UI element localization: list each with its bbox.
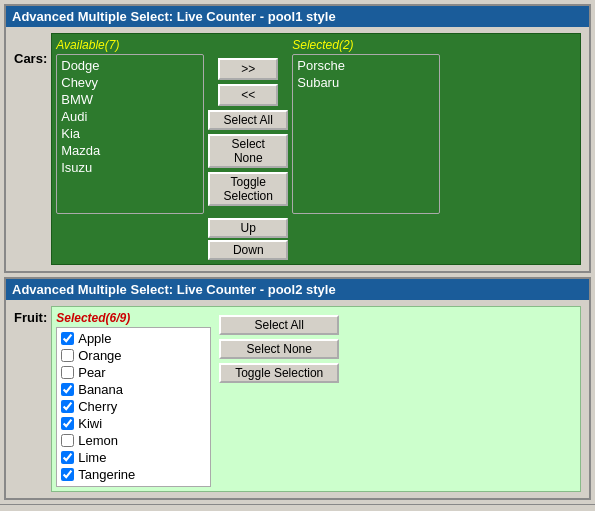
up-button[interactable]: Up [208,218,288,238]
kiwi-checkbox[interactable] [61,417,74,430]
select-none-button[interactable]: Select None [208,134,288,168]
apple-label: Apple [78,331,111,346]
pool1-controls: >> << Select All Select None Toggle Sele… [208,38,288,260]
list-item: Lemon [59,432,208,449]
move-right-button[interactable]: >> [218,58,278,80]
list-item: Banana [59,381,208,398]
available-label: Available(7) [56,38,204,52]
pool2-selected-label: Selected(6/9) [56,311,211,325]
lemon-label: Lemon [78,433,118,448]
pool2-toggle-button[interactable]: Toggle Selection [219,363,339,383]
lime-label: Lime [78,450,106,465]
cherry-label: Cherry [78,399,117,414]
selected-wrap: Selected(2) Porsche Subaru [292,38,440,260]
pool2-select-all-button[interactable]: Select All [219,315,339,335]
panel2: Advanced Multiple Select: Live Counter -… [4,277,591,500]
list-item: Apple [59,330,208,347]
lime-checkbox[interactable] [61,451,74,464]
orange-checkbox[interactable] [61,349,74,362]
fruit-checkbox-list: Apple Orange Pear Banana [56,327,211,487]
list-item: Cherry [59,398,208,415]
pool2-list-wrap: Selected(6/9) Apple Orange Pear [56,311,211,487]
pool2-select-none-button[interactable]: Select None [219,339,339,359]
cherry-checkbox[interactable] [61,400,74,413]
tangerine-checkbox[interactable] [61,468,74,481]
panel1-title: Advanced Multiple Select: Live Counter -… [6,6,589,27]
select-all-button[interactable]: Select All [208,110,288,130]
panel2-title: Advanced Multiple Select: Live Counter -… [6,279,589,300]
banana-label: Banana [78,382,123,397]
bottom-bar: Submit Reset cars list dual select fruit… [0,504,595,511]
selected-label: Selected(2) [292,38,440,52]
move-left-button[interactable]: << [218,84,278,106]
toggle-selection-button[interactable]: Toggle Selection [208,172,288,206]
lemon-checkbox[interactable] [61,434,74,447]
updown-group: Up Down [208,218,288,260]
available-list[interactable]: Dodge Chevy BMW Audi Kia Mazda Isuzu [56,54,204,214]
kiwi-label: Kiwi [78,416,102,431]
list-item: Lime [59,449,208,466]
cars-label: Cars: [14,51,47,66]
list-item: Kiwi [59,415,208,432]
available-wrap: Available(7) Dodge Chevy BMW Audi Kia Ma… [56,38,204,260]
pool2-controls: Select All Select None Toggle Selection [219,311,576,487]
banana-checkbox[interactable] [61,383,74,396]
panel1: Advanced Multiple Select: Live Counter -… [4,4,591,273]
orange-label: Orange [78,348,121,363]
down-button[interactable]: Down [208,240,288,260]
pool1-widget: Available(7) Dodge Chevy BMW Audi Kia Ma… [51,33,581,265]
list-item: Orange [59,347,208,364]
list-item: Tangerine [59,466,208,483]
selected-list[interactable]: Porsche Subaru [292,54,440,214]
tangerine-label: Tangerine [78,467,135,482]
pear-checkbox[interactable] [61,366,74,379]
pool2-widget: Selected(6/9) Apple Orange Pear [51,306,581,492]
apple-checkbox[interactable] [61,332,74,345]
list-item: Pear [59,364,208,381]
pear-label: Pear [78,365,105,380]
fruit-label: Fruit: [14,310,47,325]
